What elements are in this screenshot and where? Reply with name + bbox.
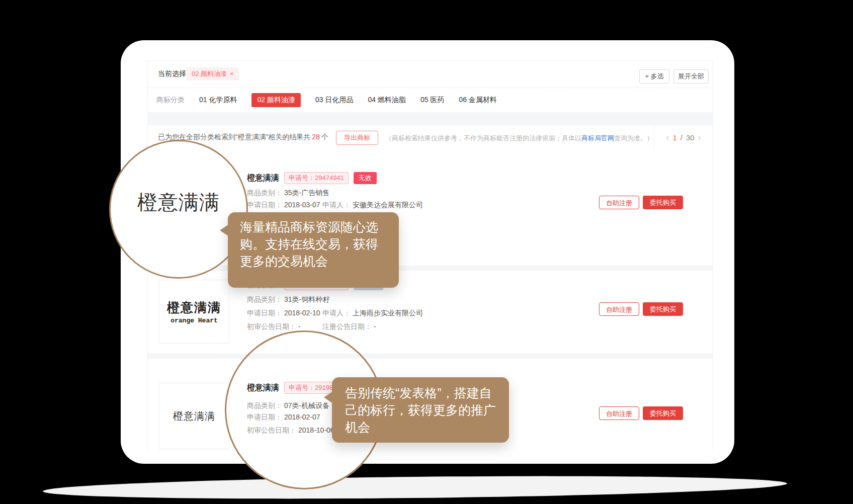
current-selection-label: 当前选择 xyxy=(158,69,186,78)
entrust-purchase-button[interactable]: 委托购买 xyxy=(643,302,683,316)
category-bar: 商标分类 01 化学原料 02 颜料油漆 03 日化用品 04 燃料油脂 05 … xyxy=(148,88,713,112)
trademark-name: 橙意满满 xyxy=(247,173,279,184)
reg-publication-field: 注册公告日期：- xyxy=(322,322,376,331)
applicant-field: 申请人：安徽美达会展有限公司 xyxy=(322,201,423,210)
self-register-button[interactable]: 自助注册 xyxy=(599,302,639,316)
card-1-category-row: 商品类别：35类-广告销售 xyxy=(247,189,329,199)
trademark-logo-cn: 橙意满满 xyxy=(167,299,221,316)
field-value: 上海雨步实业有限公司 xyxy=(353,309,423,317)
selected-filter-tag[interactable]: 02 颜料油漆× xyxy=(187,67,239,80)
field-label: 商品类别： xyxy=(247,189,282,197)
multi-select-button[interactable]: + 多选 xyxy=(639,69,669,83)
application-number-badge: 申请号：29474941 xyxy=(284,172,349,184)
card-gap xyxy=(148,354,713,359)
field-label: 申请人： xyxy=(322,201,351,209)
card-1-date-row: 申请日期：2018-03-07 申请人：安徽美达会展有限公司 xyxy=(247,201,320,211)
page: 当前选择 02 颜料油漆× 全部清除 商标分类 01 化学原料 02 颜料油漆 … xyxy=(0,0,853,504)
disclaimer-prefix: （商标检索结果仅供参考，不作为商标能否注册的法律依据；具体以 xyxy=(385,134,581,142)
results-count-unit: 个 xyxy=(321,133,328,141)
category-tab-02-active[interactable]: 02 颜料油漆 xyxy=(251,93,300,107)
self-register-button[interactable]: 自助注册 xyxy=(599,406,639,420)
page-separator: / xyxy=(680,133,683,142)
disclaimer-suffix: 查询为准。） xyxy=(614,134,653,142)
category-bar-label: 商标分类 xyxy=(156,96,185,105)
trademark-logo-text: 橙意满满 xyxy=(173,409,215,423)
current-page: 1 xyxy=(672,133,676,142)
results-header: 已为您在全部分类检索到“橙意满满”相关的结果共28个 导出商标 （商标检索结果仅… xyxy=(148,125,713,150)
current-selection-bar: 当前选择 02 颜料油漆× 全部清除 xyxy=(148,61,713,88)
category-tab-03[interactable]: 03 日化用品 xyxy=(315,96,353,105)
total-pages: 30 xyxy=(686,133,695,142)
category-tab-06[interactable]: 06 金属材料 xyxy=(459,96,496,105)
field-label: 初审公告日期： xyxy=(247,322,296,330)
applicant-field: 申请人：上海雨步实业有限公司 xyxy=(322,309,423,318)
field-label: 申请人： xyxy=(322,309,351,317)
trademark-office-link[interactable]: 商标局官网 xyxy=(581,134,614,142)
trademark-logo-en: orange Heart xyxy=(170,317,218,324)
field-value: 35类-广告销售 xyxy=(284,189,329,197)
card-2-category-row: 商品类别：31类-饲料种籽 xyxy=(247,295,329,305)
category-tab-01[interactable]: 01 化学原料 xyxy=(199,96,237,105)
base-shadow xyxy=(43,473,787,501)
field-label: 申请日期： xyxy=(247,309,282,317)
tooltip-marketplace: 海量精品商标资源随心选购。支持在线交易，获得更多的交易机会 xyxy=(228,212,399,288)
magnifier-circle-1: 橙意满满 xyxy=(109,140,248,279)
field-label: 注册公告日期： xyxy=(322,322,372,330)
field-value: 2018-02-10 xyxy=(284,309,320,317)
category-tab-04[interactable]: 04 燃料油脂 xyxy=(368,96,405,105)
section-divider xyxy=(147,112,713,125)
prev-page-icon[interactable]: ‹ xyxy=(666,132,669,143)
trademark-image-3: 橙意满满 xyxy=(159,383,229,449)
magnified-trademark-text: 橙意满满 xyxy=(137,189,220,216)
pagination: ‹ 1 / 30 › xyxy=(654,125,713,149)
category-tab-05[interactable]: 05 医药 xyxy=(420,96,444,105)
results-count: 28 xyxy=(312,133,320,141)
field-label: 商品类别： xyxy=(247,295,282,303)
field-value: - xyxy=(374,322,376,330)
export-trademarks-button[interactable]: 导出商标 xyxy=(336,131,378,145)
entrust-purchase-button[interactable]: 委托购买 xyxy=(643,196,683,209)
field-value: 31类-饲料种籽 xyxy=(284,295,329,303)
tooltip-promotion: 告别传统“发表格”，搭建自己的标行，获得更多的推广机会 xyxy=(332,377,509,443)
field-label: 申请日期： xyxy=(247,201,282,209)
remove-filter-icon[interactable]: × xyxy=(230,70,234,77)
field-value: 2018-03-07 xyxy=(284,201,320,209)
status-badge-invalid: 无效 xyxy=(354,172,377,184)
field-value: 安徽美达会展有限公司 xyxy=(353,201,423,209)
self-register-button[interactable]: 自助注册 xyxy=(599,196,639,209)
expand-all-button[interactable]: 展开全部 xyxy=(673,69,709,83)
card-1-title-row: 橙意满满 申请号：29474941 无效 xyxy=(247,172,377,185)
selected-filter-tag-text: 02 颜料油漆 xyxy=(192,70,227,77)
next-page-icon[interactable]: › xyxy=(698,132,701,143)
disclaimer-note: （商标检索结果仅供参考，不作为商标能否注册的法律依据；具体以商标局官网查询为准。… xyxy=(385,134,653,143)
trademark-image-2: 橙意满满 orange Heart xyxy=(159,280,229,344)
field-value: - xyxy=(298,322,301,330)
card-2-date-row: 申请日期：2018-02-10 申请人：上海雨步实业有限公司 xyxy=(247,309,320,319)
entrust-purchase-button[interactable]: 委托购买 xyxy=(643,406,683,420)
